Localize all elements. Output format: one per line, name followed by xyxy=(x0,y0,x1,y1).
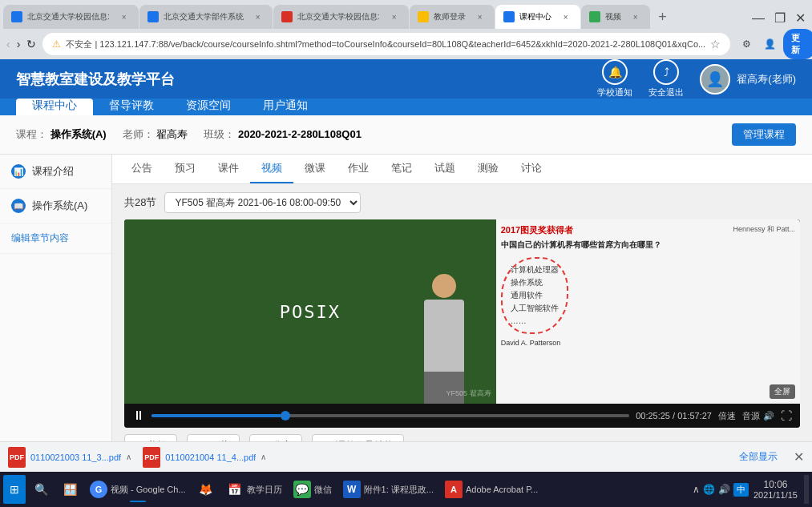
adjust-catalog-button[interactable]: ⚙ 调整目录结构 xyxy=(312,434,404,441)
word-taskbar-item[interactable]: W 附件1: 课程思政... xyxy=(338,475,438,504)
download-item-1[interactable]: PDF 0110021003 11_3...pdf ∧ xyxy=(8,447,131,468)
tab-materials[interactable]: 课件 xyxy=(207,155,250,183)
forward-button[interactable]: › xyxy=(17,33,21,55)
start-button[interactable]: ⊞ xyxy=(3,475,26,504)
clip-button[interactable]: ✂ 剪辑 xyxy=(124,434,177,441)
url-text: 不安全 | 123.121.147.7:88/ve/back/course/co… xyxy=(66,38,705,50)
browser-tab-bar: 北京交通大学校园信息: × 北京交通大学部件系统 × 北京交通大学校园信息: ×… xyxy=(0,0,812,29)
url-bar[interactable]: ⚠ 不安全 | 123.121.147.7:88/ve/back/course/… xyxy=(42,33,730,55)
acrobat-taskbar-item[interactable]: A Adobe Acrobat P... xyxy=(440,475,543,504)
tab-preview[interactable]: 预习 xyxy=(164,155,207,183)
sidebar-item-intro[interactable]: 📊 课程介绍 xyxy=(0,155,111,189)
extension-btn-1[interactable]: ⚙ xyxy=(737,33,757,55)
tab-favicon-5 xyxy=(503,11,515,22)
browser-tab-5[interactable]: 课程中心 × xyxy=(495,5,580,29)
sidebar-item-os[interactable]: 📖 操作系统(A) xyxy=(0,189,111,223)
close-browser-button[interactable]: ✕ xyxy=(792,7,809,29)
tab-video[interactable]: 视频 xyxy=(250,155,293,183)
tab-announcement[interactable]: 公告 xyxy=(120,155,164,183)
tab-homework[interactable]: 作业 xyxy=(337,155,380,183)
chevron-icon-2: ∧ xyxy=(261,453,266,461)
nav-item-notifications[interactable]: 用户通知 xyxy=(247,99,324,115)
download-bar: PDF 0110021003 11_3...pdf ∧ PDF 01100210… xyxy=(0,441,812,472)
extension-btn-2[interactable]: 👤 xyxy=(760,33,780,55)
video-action-buttons: ✂ 剪辑 ⬇ 下载 ↗ 分享 ⚙ 调整目录结构 xyxy=(124,428,800,441)
tab-discussion[interactable]: 讨论 xyxy=(510,155,553,183)
course-label: 课程： 操作系统(A) xyxy=(16,127,107,142)
user-avatar[interactable]: 👤 翟高寿(老师) xyxy=(700,64,796,95)
tray-expand-icon[interactable]: ∧ xyxy=(693,484,700,495)
network-icon[interactable]: 🌐 xyxy=(703,484,715,495)
new-tab-button[interactable]: + xyxy=(651,5,675,29)
tab-close-2[interactable]: × xyxy=(252,10,265,23)
exit-icon: ⤴ xyxy=(653,59,679,85)
video-top-controls: 共28节 YF505 翟高寿 2021-06-16 08:00-09:50 xyxy=(124,192,800,213)
course-header: 课程： 操作系统(A) 老师： 翟高寿 班级： 2020-2021-2-280L… xyxy=(0,115,812,155)
school-notice-icon-item[interactable]: 🔔 学校通知 xyxy=(597,59,632,99)
calendar-taskbar-item[interactable]: 📅 教学日历 xyxy=(221,475,287,504)
slide-item-2: 操作系统 xyxy=(511,276,559,289)
tab-close-1[interactable]: × xyxy=(118,10,131,23)
back-button[interactable]: ‹ xyxy=(6,33,10,55)
main-navigation: 课程中心 督导评教 资源空间 用户通知 xyxy=(0,99,812,115)
tab-close-3[interactable]: × xyxy=(388,10,401,23)
class-info: 班级： 2020-2021-2-280L108Q01 xyxy=(204,127,362,142)
nav-item-supervision[interactable]: 督导评教 xyxy=(93,99,170,115)
tab-questions[interactable]: 试题 xyxy=(423,155,467,183)
tab-quiz[interactable]: 测验 xyxy=(467,155,510,183)
download-button[interactable]: ⬇ 下载 xyxy=(187,434,240,441)
blackboard-text: POSIX xyxy=(280,302,341,322)
refresh-button[interactable]: ↻ xyxy=(26,33,36,55)
browser-tab-6[interactable]: 视频 × xyxy=(581,5,650,29)
fullscreen-button[interactable]: 全屏 xyxy=(770,384,795,399)
browser-tab-4[interactable]: 教师登录 × xyxy=(410,5,495,29)
safe-exit-icon-item[interactable]: ⤴ 安全退出 xyxy=(648,59,684,99)
video-fullscreen-button[interactable]: ⛶ xyxy=(781,409,792,422)
task-view-button[interactable]: 🪟 xyxy=(56,475,83,504)
restore-button[interactable]: ❐ xyxy=(771,7,789,29)
video-section: 共28节 YF505 翟高寿 2021-06-16 08:00-09:50 xyxy=(112,184,812,441)
video-slide-view: Hennessy 和 Patt... 2017图灵奖获得者 中国自己的计算机界有… xyxy=(496,219,800,404)
slide-question: 中国自己的计算机界有哪些首席方向在哪里？ xyxy=(501,239,795,251)
chrome-taskbar-item[interactable]: G 视频 - Google Ch... xyxy=(85,475,191,504)
video-progress-track[interactable] xyxy=(151,414,629,417)
current-date-display: 2021/11/15 xyxy=(753,490,798,500)
update-button[interactable]: 更新 xyxy=(783,29,812,59)
nav-item-resources[interactable]: 资源空间 xyxy=(170,99,247,115)
ime-icon[interactable]: 中 xyxy=(733,483,749,497)
edit-chapters-button[interactable]: 编辑章节内容 xyxy=(0,223,111,254)
wechat-taskbar-item[interactable]: 💬 微信 xyxy=(289,475,337,504)
course-name: 操作系统(A) xyxy=(50,128,107,140)
download-item-2[interactable]: PDF 0110021004 11_4...pdf ∧ xyxy=(143,447,266,468)
session-selector[interactable]: YF505 翟高寿 2021-06-16 08:00-09:50 xyxy=(164,192,361,213)
show-desktop-button[interactable] xyxy=(804,475,809,504)
browser-tab-2[interactable]: 北京交通大学部件系统 × xyxy=(139,5,273,29)
tab-close-4[interactable]: × xyxy=(474,10,487,23)
play-pause-button[interactable]: ⏸ xyxy=(132,408,145,423)
manage-course-button[interactable]: 管理课程 xyxy=(732,123,796,146)
bookmark-icon[interactable]: ☆ xyxy=(710,38,721,50)
volume-tray-icon[interactable]: 🔊 xyxy=(718,484,730,495)
content-tab-bar: 公告 预习 课件 视频 微课 作业 笔记 试题 测验 讨论 xyxy=(112,155,812,184)
tab-close-6[interactable]: × xyxy=(629,10,642,23)
minimize-button[interactable]: — xyxy=(749,8,768,29)
browser-tab-3[interactable]: 北京交通大学校园信息: × xyxy=(273,5,409,29)
book-icon: 📖 xyxy=(11,199,26,213)
tab-micro-course[interactable]: 微课 xyxy=(293,155,337,183)
volume-icon[interactable]: 🔊 xyxy=(763,411,774,421)
close-download-bar-button[interactable]: ✕ xyxy=(794,449,804,465)
speed-button[interactable]: 倍速 xyxy=(718,410,736,422)
teacher-info: 老师： 翟高寿 xyxy=(123,127,188,142)
chrome-icon: G xyxy=(90,481,107,498)
nav-item-course-center[interactable]: 课程中心 xyxy=(16,99,93,115)
show-all-downloads-button[interactable]: 全部显示 xyxy=(739,450,778,464)
share-button[interactable]: ↗ 分享 xyxy=(249,434,302,441)
browser-tab-1[interactable]: 北京交通大学校园信息: × xyxy=(3,5,139,29)
course-info: 课程： 操作系统(A) 老师： 翟高寿 班级： 2020-2021-2-280L… xyxy=(16,127,732,142)
teacher-label: 老师： xyxy=(123,128,154,140)
search-taskbar-button[interactable]: 🔍 xyxy=(27,475,55,504)
clock-widget[interactable]: 10:06 2021/11/15 xyxy=(753,479,798,500)
tab-notes[interactable]: 笔记 xyxy=(380,155,423,183)
tab-close-5[interactable]: × xyxy=(560,10,572,23)
firefox-taskbar-item[interactable]: 🦊 xyxy=(192,475,220,504)
